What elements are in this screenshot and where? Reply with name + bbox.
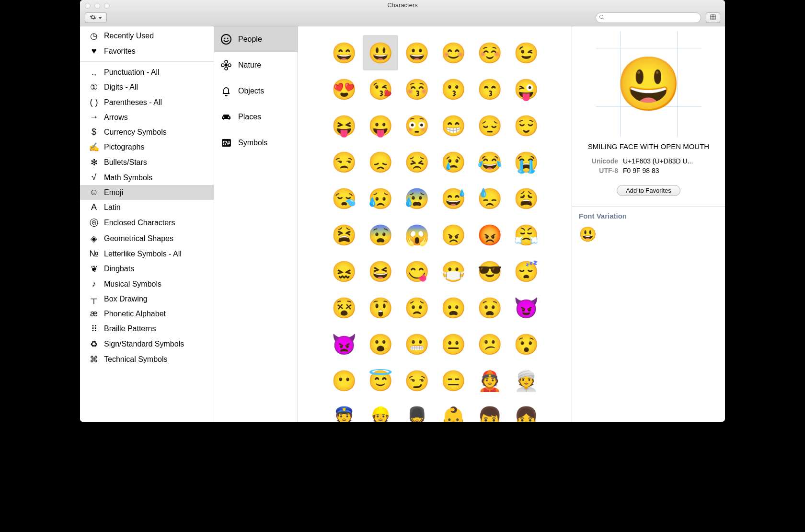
sidebar-item-parentheses-all[interactable]: ( )Parentheses - All bbox=[80, 95, 214, 110]
char-cell[interactable]: 👿 bbox=[326, 326, 362, 362]
sidebar-item-box-drawing[interactable]: ┬Box Drawing bbox=[80, 291, 214, 306]
char-cell[interactable]: 😲 bbox=[363, 290, 398, 325]
char-cell[interactable]: 😛 bbox=[363, 108, 398, 143]
char-cell[interactable]: 😣 bbox=[399, 144, 435, 180]
char-cell[interactable]: 👲 bbox=[472, 363, 507, 398]
char-cell[interactable]: 😎 bbox=[472, 254, 507, 289]
char-cell[interactable]: 😁 bbox=[436, 108, 471, 143]
subcat-item-symbols[interactable]: !?#Symbols bbox=[214, 130, 298, 156]
sidebar-item-digits-all[interactable]: ①Digits - All bbox=[80, 80, 214, 95]
sidebar-item-recently-used[interactable]: ◷Recently Used bbox=[80, 28, 214, 44]
font-variation-item[interactable]: 😃 bbox=[572, 222, 725, 246]
char-cell[interactable]: 😱 bbox=[399, 217, 435, 253]
toggle-grid-button[interactable] bbox=[706, 12, 720, 23]
char-cell[interactable]: 😮 bbox=[363, 326, 398, 362]
char-cell[interactable]: 👮 bbox=[326, 399, 362, 422]
sidebar-item-punctuation-all[interactable]: .,Punctuation - All bbox=[80, 65, 214, 80]
char-cell[interactable]: 😯 bbox=[508, 326, 544, 362]
sidebar-item-arrows[interactable]: →Arrows bbox=[80, 110, 214, 125]
char-cell[interactable]: 😳 bbox=[399, 108, 435, 143]
char-cell[interactable]: 👧 bbox=[508, 399, 544, 422]
actions-menu-button[interactable] bbox=[85, 12, 107, 23]
sidebar-item-phonetic-alphabet[interactable]: æPhonetic Alphabet bbox=[80, 306, 214, 321]
sidebar-item-favorites[interactable]: ♥Favorites bbox=[80, 44, 214, 58]
char-cell[interactable]: 😂 bbox=[472, 144, 507, 180]
char-cell[interactable]: 😠 bbox=[436, 217, 471, 253]
char-cell[interactable]: 😏 bbox=[399, 363, 435, 398]
add-to-favorites-button[interactable]: Add to Favorites bbox=[617, 185, 680, 196]
sidebar-item-latin[interactable]: ALatin bbox=[80, 200, 214, 215]
char-cell[interactable]: 😘 bbox=[363, 71, 398, 107]
char-cell[interactable]: 😪 bbox=[326, 181, 362, 216]
char-cell[interactable]: 👷 bbox=[363, 399, 398, 422]
char-cell[interactable]: 😑 bbox=[436, 363, 471, 398]
char-cell[interactable]: 😞 bbox=[363, 144, 398, 180]
sidebar-item-sign-standard-symbols[interactable]: ♻Sign/Standard Symbols bbox=[80, 336, 214, 352]
char-cell[interactable]: 😊 bbox=[436, 35, 471, 70]
sidebar-item-letterlike-symbols-all[interactable]: №Letterlike Symbols - All bbox=[80, 246, 214, 261]
subcat-item-objects[interactable]: Objects bbox=[214, 78, 298, 104]
char-cell[interactable]: 😖 bbox=[326, 254, 362, 289]
char-cell[interactable]: 😐 bbox=[436, 326, 471, 362]
char-cell[interactable]: 😓 bbox=[472, 181, 507, 216]
char-cell[interactable]: 😡 bbox=[472, 217, 507, 253]
sidebar-item-dingbats[interactable]: ❦Dingbats bbox=[80, 261, 214, 277]
subcat-item-people[interactable]: People bbox=[214, 26, 298, 52]
char-cell[interactable]: 😴 bbox=[508, 254, 544, 289]
char-cell[interactable]: 😟 bbox=[399, 290, 435, 325]
char-cell[interactable]: 😈 bbox=[508, 290, 544, 325]
char-cell[interactable]: 😀 bbox=[399, 35, 435, 70]
char-cell[interactable]: 😍 bbox=[326, 71, 362, 107]
char-cell[interactable]: 😬 bbox=[399, 326, 435, 362]
char-cell[interactable]: 😤 bbox=[508, 217, 544, 253]
char-cell[interactable]: 😦 bbox=[436, 290, 471, 325]
char-cell[interactable]: 😔 bbox=[472, 108, 507, 143]
sidebar-item-geometrical-shapes[interactable]: ◈Geometrical Shapes bbox=[80, 231, 214, 246]
char-cell[interactable]: 😷 bbox=[436, 254, 471, 289]
char-cell[interactable]: 😶 bbox=[326, 363, 362, 398]
char-cell[interactable]: 😵 bbox=[326, 290, 362, 325]
char-cell[interactable]: 😝 bbox=[326, 108, 362, 143]
char-cell[interactable]: 😅 bbox=[436, 181, 471, 216]
char-cell[interactable]: 😗 bbox=[436, 71, 471, 107]
char-cell[interactable]: 😙 bbox=[472, 71, 507, 107]
char-cell[interactable]: 😜 bbox=[508, 71, 544, 107]
character-grid[interactable]: 😄😃😀😊☺️😉😍😘😚😗😙😜😝😛😳😁😔😌😒😞😣😢😂😭😪😥😰😅😓😩😫😨😱😠😡😤😖😆😋… bbox=[298, 26, 572, 422]
char-cell[interactable]: ☺️ bbox=[472, 35, 507, 70]
char-cell[interactable]: 😆 bbox=[363, 254, 398, 289]
sidebar-item-musical-symbols[interactable]: ♪Musical Symbols bbox=[80, 277, 214, 291]
char-cell[interactable]: 😋 bbox=[399, 254, 435, 289]
char-cell[interactable]: 😕 bbox=[472, 326, 507, 362]
search-input[interactable] bbox=[607, 14, 698, 21]
sidebar-item-math-symbols[interactable]: √Math Symbols bbox=[80, 170, 214, 185]
char-cell[interactable]: 😧 bbox=[472, 290, 507, 325]
char-cell[interactable]: 👳 bbox=[508, 363, 544, 398]
char-cell[interactable]: 😃 bbox=[363, 35, 398, 70]
char-cell[interactable]: 😉 bbox=[508, 35, 544, 70]
sidebar-item-enclosed-characters[interactable]: ⓐEnclosed Characters bbox=[80, 215, 214, 231]
char-cell[interactable]: 👦 bbox=[472, 399, 507, 422]
subcat-item-nature[interactable]: Nature bbox=[214, 52, 298, 78]
sidebar-item-pictographs[interactable]: ✍Pictographs bbox=[80, 139, 214, 155]
char-cell[interactable]: 😢 bbox=[436, 144, 471, 180]
char-cell[interactable]: 💂 bbox=[399, 399, 435, 422]
char-cell[interactable]: 😇 bbox=[363, 363, 398, 398]
sidebar-item-currency-symbols[interactable]: $Currency Symbols bbox=[80, 125, 214, 139]
sidebar-item-bullets-stars[interactable]: ✻Bullets/Stars bbox=[80, 155, 214, 170]
sidebar-item-technical-symbols[interactable]: ⌘Technical Symbols bbox=[80, 352, 214, 367]
sidebar-item-braille-patterns[interactable]: ⠿Braille Patterns bbox=[80, 321, 214, 336]
char-cell[interactable]: 😚 bbox=[399, 71, 435, 107]
char-cell[interactable]: 😫 bbox=[326, 217, 362, 253]
char-cell[interactable]: 😭 bbox=[508, 144, 544, 180]
char-cell[interactable]: 😒 bbox=[326, 144, 362, 180]
subcat-item-places[interactable]: Places bbox=[214, 104, 298, 130]
char-cell[interactable]: 😥 bbox=[363, 181, 398, 216]
char-cell[interactable]: 😰 bbox=[399, 181, 435, 216]
char-cell[interactable]: 😌 bbox=[508, 108, 544, 143]
search-field[interactable] bbox=[596, 12, 701, 23]
sidebar-item-emoji[interactable]: ☺Emoji bbox=[80, 185, 214, 200]
char-cell[interactable]: 👶 bbox=[436, 399, 471, 422]
char-cell[interactable]: 😄 bbox=[326, 35, 362, 70]
char-cell[interactable]: 😩 bbox=[508, 181, 544, 216]
char-cell[interactable]: 😨 bbox=[363, 217, 398, 253]
